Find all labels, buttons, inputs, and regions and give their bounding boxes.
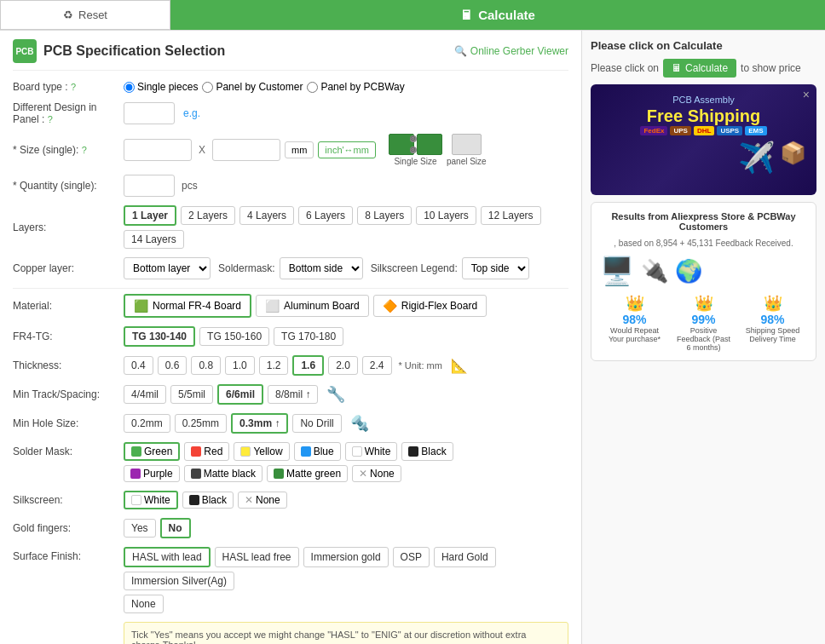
hole-025-button[interactable]: 0.25mm: [175, 414, 227, 433]
search-icon: 🔍: [454, 45, 467, 57]
silk-black-button[interactable]: Black: [182, 492, 234, 509]
ems-logo: EMS: [745, 126, 766, 135]
mask-none-button[interactable]: ✕ None: [352, 465, 401, 482]
thickness-controls: 0.4 0.6 0.8 1.0 1.2 1.6 2.0 2.4 * Unit: …: [124, 355, 568, 376]
surface-finish-row2: None: [124, 595, 568, 613]
right-panel: Please click on Calculate Please click o…: [582, 31, 825, 644]
material-label: Material:: [13, 300, 124, 312]
stat-positive-feedback: 👑 99% Positive Feedback (Past 6 months): [674, 294, 734, 352]
surface-finish-label: Surface Finish:: [13, 547, 124, 562]
ad-close-button[interactable]: ×: [803, 88, 810, 101]
mask-matte-green-button[interactable]: Matte green: [267, 465, 348, 482]
help-icon-3[interactable]: ?: [82, 145, 87, 155]
track-4mil-button[interactable]: 4/4mil: [124, 385, 166, 404]
plane-icon: ✈️: [738, 141, 776, 175]
solder-mask-row2: Purple Matte black Matte green ✕ None: [124, 465, 568, 482]
board-type-panel-pcbway[interactable]: Panel by PCBWay: [307, 81, 404, 93]
thickness-24-button[interactable]: 2.4: [362, 356, 392, 375]
thickness-06-button[interactable]: 0.6: [158, 356, 188, 375]
size-width-input[interactable]: 100: [124, 139, 192, 161]
track-image: 🔧: [326, 385, 345, 404]
hole-03-button[interactable]: 0.3mm ↑: [231, 413, 288, 434]
track-6mil-button[interactable]: 6/6mil: [217, 384, 263, 405]
solder-mask-row1: Green Red Yellow Blue: [124, 442, 568, 461]
osp-button[interactable]: OSP: [393, 547, 430, 567]
silk-none-button[interactable]: ✕ None: [238, 492, 287, 509]
gold-no-button[interactable]: No: [160, 518, 191, 538]
mask-white-button[interactable]: White: [345, 442, 398, 461]
no-drill-button[interactable]: No Drill: [292, 414, 341, 433]
hole-02-button[interactable]: 0.2mm: [124, 414, 170, 433]
layer-10-button[interactable]: 10 Layers: [416, 206, 476, 225]
mask-yellow-button[interactable]: Yellow: [234, 442, 289, 461]
feedback-stats: 👑 98% Would Repeat Your purchase* 👑 99% …: [600, 294, 807, 352]
feedback-subtitle: , based on 8,954 + 45,131 Feedback Recei…: [600, 239, 807, 248]
help-icon[interactable]: ?: [71, 82, 76, 92]
thickness-12-button[interactable]: 1.2: [259, 356, 289, 375]
gerber-viewer-link[interactable]: 🔍 Online Gerber Viewer: [454, 45, 568, 57]
track-5mil-button[interactable]: 5/5mil: [170, 385, 213, 404]
fedex-logo: FedEx: [640, 126, 667, 135]
board-type-label: Board type : ?: [13, 81, 124, 93]
mask-black-button[interactable]: Black: [401, 442, 453, 461]
immersion-gold-button[interactable]: Immersion gold: [303, 547, 389, 567]
quantity-row: * Quantity (single): 5 pcs: [13, 175, 568, 197]
matte-green-swatch: [274, 469, 284, 479]
thickness-08-button[interactable]: 0.8: [191, 356, 221, 375]
thickness-10-button[interactable]: 1.0: [225, 356, 255, 375]
mask-matte-black-button[interactable]: Matte black: [184, 465, 262, 482]
size-height-input[interactable]: 185: [212, 139, 280, 161]
silkscreen-select[interactable]: Top side: [462, 257, 529, 279]
layer-4-button[interactable]: 4 Layers: [239, 206, 294, 225]
tg170-button[interactable]: TG 170-180: [274, 327, 343, 346]
gold-yes-button[interactable]: Yes: [124, 519, 156, 538]
board-type-panel-customer[interactable]: Panel by Customer: [202, 81, 303, 93]
silk-white-button[interactable]: White: [124, 491, 178, 509]
hasl-free-button[interactable]: HASL lead free: [215, 547, 299, 567]
unit-convert-button[interactable]: inch'↔mm: [318, 141, 376, 158]
calculate-button-right[interactable]: 🖩 Calculate: [663, 59, 736, 78]
reset-button[interactable]: ♻ Reset: [0, 0, 170, 30]
layer-1-button[interactable]: 1 Layer: [124, 205, 176, 226]
layer-8-button[interactable]: 8 Layers: [357, 206, 412, 225]
chip-icon: 🔌: [641, 258, 668, 285]
board-type-controls: Single pieces Panel by Customer Panel by…: [124, 81, 568, 93]
different-design-input[interactable]: 1: [124, 102, 175, 124]
layer-14-button[interactable]: 14 Layers: [124, 230, 184, 249]
material-aluminum-button[interactable]: ⬜ Aluminum Board: [256, 295, 369, 317]
hasl-lead-button[interactable]: HASL with lead: [124, 547, 211, 567]
tg130-button[interactable]: TG 130-140: [124, 326, 195, 347]
mask-red-button[interactable]: Red: [184, 442, 229, 461]
board-type-single[interactable]: Single pieces: [124, 81, 198, 93]
thickness-20-button[interactable]: 2.0: [328, 356, 358, 375]
tg150-button[interactable]: TG 150-160: [199, 327, 269, 346]
layer-6-button[interactable]: 6 Layers: [298, 206, 353, 225]
stat-pct-2: 99%: [691, 313, 715, 326]
copper-layer-select[interactable]: Bottom layer: [124, 257, 211, 279]
stat-label-3: Shipping Speed Delivery Time: [743, 326, 803, 343]
thickness-16-button[interactable]: 1.6: [292, 355, 324, 376]
mask-blue-button[interactable]: Blue: [294, 442, 341, 461]
help-icon-2[interactable]: ?: [48, 114, 53, 124]
soldermask-select[interactable]: Bottom side: [280, 257, 363, 279]
mask-green-button[interactable]: Green: [124, 442, 180, 461]
crown-icon-2: 👑: [695, 294, 713, 313]
eg-link[interactable]: e.g.: [183, 107, 200, 119]
track-8mil-button[interactable]: 8/8mil ↑: [268, 385, 318, 404]
surface-none-button[interactable]: None: [124, 595, 164, 613]
hard-gold-button[interactable]: Hard Gold: [434, 547, 496, 567]
thickness-04-button[interactable]: 0.4: [124, 356, 153, 375]
quantity-controls: 5 pcs: [124, 175, 568, 197]
click-prompt: Please click on 🖩 Calculate to show pric…: [591, 59, 816, 78]
dhl-logo: DHL: [694, 126, 714, 135]
mask-purple-button[interactable]: Purple: [124, 465, 180, 482]
material-rigid-flex-button[interactable]: 🔶 Rigid-Flex Board: [373, 295, 487, 317]
calculate-button-top[interactable]: 🖩 Calculate: [170, 0, 825, 30]
layer-2-button[interactable]: 2 Layers: [181, 206, 235, 225]
material-fr4-button[interactable]: 🟩 Normal FR-4 Board: [124, 294, 251, 318]
layer-12-button[interactable]: 12 Layers: [481, 206, 541, 225]
board-type-row: Board type : ? Single pieces Panel by Cu…: [13, 81, 568, 93]
immersion-silver-button[interactable]: Immersion Silver(Ag): [124, 572, 234, 590]
surface-info-box: Tick "Yes" means you accept we might cha…: [124, 622, 568, 644]
quantity-input[interactable]: 5: [124, 175, 175, 197]
